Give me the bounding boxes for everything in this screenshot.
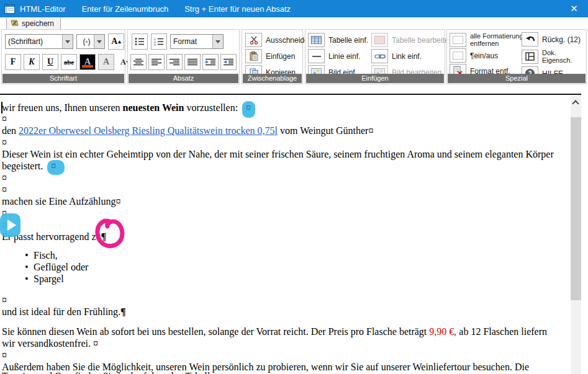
save-icon bbox=[11, 19, 19, 29]
highlight-color-button[interactable]: A bbox=[98, 54, 114, 70]
bullet-list-button[interactable] bbox=[132, 33, 148, 50]
editor-line[interactable]: Sie können diesen Wein ab sofort bei uns… bbox=[2, 326, 569, 337]
editor-line[interactable]: wir freuen uns, Ihnen unseren neuesten W… bbox=[2, 101, 569, 113]
document-properties-icon bbox=[525, 52, 535, 61]
formatting-mark: ¤ bbox=[2, 114, 7, 124]
group-caption-font: Schriftart bbox=[2, 74, 124, 83]
pilcrow-toggle-label[interactable]: ¶ein/aus bbox=[470, 51, 498, 60]
text-run: Geflügel oder bbox=[34, 262, 88, 272]
editor-line[interactable]: und ist ideal für den Frühling.¶ bbox=[2, 306, 569, 318]
size-up-icon: A bbox=[111, 37, 117, 47]
indent-increase-button[interactable] bbox=[202, 54, 219, 70]
chevron-down-icon[interactable] bbox=[212, 35, 223, 48]
editor-line[interactable]: machen sie Eine Aufzählung¤ bbox=[2, 195, 569, 207]
chevron-down-icon[interactable] bbox=[62, 35, 73, 48]
editor-line[interactable]: ¤ bbox=[2, 219, 569, 231]
edit-table-button bbox=[371, 33, 388, 47]
chevron-down-icon[interactable] bbox=[94, 35, 104, 48]
editor-line[interactable]: ¤ bbox=[2, 184, 569, 195]
formatting-mark: ¤ bbox=[2, 295, 7, 305]
align-left-button[interactable] bbox=[148, 54, 165, 70]
paste-button[interactable] bbox=[245, 49, 262, 63]
app-icon bbox=[4, 4, 15, 14]
font-size-up-button[interactable]: A▴ bbox=[108, 33, 124, 50]
editor-area[interactable]: wir freuen uns, Ihnen unseren neuesten W… bbox=[0, 94, 581, 374]
remove-all-formatting-button[interactable] bbox=[450, 33, 466, 47]
edit-table-label: Tabelle bearbeiten bbox=[392, 36, 453, 45]
insert-link-label[interactable]: Link einf. bbox=[392, 52, 422, 61]
font-size-select[interactable]: (-) bbox=[76, 34, 105, 49]
numbered-list-button[interactable]: 123 bbox=[151, 33, 167, 50]
text-run: vorzustellen: bbox=[184, 102, 240, 113]
bullet-marker: • bbox=[25, 249, 34, 261]
bullet-marker: • bbox=[25, 273, 34, 285]
window-title: HTML-Editor bbox=[20, 4, 66, 14]
text-run: Spargel bbox=[34, 274, 64, 284]
editor-line[interactable]: Dieser Wein ist ein echter Geheimtipp vo… bbox=[2, 148, 569, 160]
arrow-right-icon bbox=[7, 220, 16, 231]
editor-line[interactable]: den 2022er Oberwesel Oelsberg Riesling Q… bbox=[2, 125, 569, 136]
align-center-button[interactable] bbox=[130, 54, 147, 70]
justify-button[interactable] bbox=[184, 54, 201, 70]
cut-button[interactable] bbox=[245, 33, 262, 47]
group-font: (Schriftart) (-) A▴ F K U abe A A A▾ Sch… bbox=[1, 29, 125, 84]
editor-line[interactable]: •Geflügel oder bbox=[2, 261, 569, 273]
paste-label[interactable]: Einfügen bbox=[266, 52, 295, 61]
doc-properties-label[interactable]: Dok. Eigensch. bbox=[542, 49, 578, 64]
group-caption-insert: Einfügen bbox=[306, 74, 444, 83]
editor-line[interactable]: ¤ bbox=[2, 294, 569, 306]
hyperlink[interactable]: 2022er Oberwesel Oelsberg Riesling Quali… bbox=[19, 125, 278, 136]
undo-button[interactable] bbox=[522, 32, 538, 47]
editor-line[interactable]: begeistert. ¤ bbox=[2, 160, 569, 172]
paragraph-format-select[interactable]: Format bbox=[170, 34, 224, 49]
editor-line[interactable]: wir versandkostenfrei. ¤ bbox=[2, 337, 569, 349]
scroll-up-icon[interactable] bbox=[572, 100, 579, 107]
group-caption-paragraph: Absatz bbox=[129, 74, 238, 83]
undo-label[interactable]: Rückg. (12) bbox=[542, 35, 581, 44]
editor-line[interactable]: •Fisch, bbox=[2, 249, 569, 261]
editor-line[interactable]: ¤ bbox=[2, 172, 569, 184]
insert-line-button[interactable] bbox=[308, 49, 325, 63]
insert-line-label[interactable]: Linie einf. bbox=[328, 52, 360, 61]
group-caption-clipboard: Zwischenablage bbox=[243, 74, 302, 83]
pilcrow-toggle-button[interactable] bbox=[450, 48, 466, 63]
insert-link-button[interactable] bbox=[371, 49, 388, 63]
group-insert: Tabelle einf. Linie einf. Bild einf. bbox=[305, 29, 445, 84]
doc-properties-button[interactable] bbox=[522, 50, 538, 64]
editor-line[interactable]: ¤ bbox=[2, 207, 569, 219]
table-icon bbox=[311, 36, 322, 44]
link-icon bbox=[374, 53, 386, 60]
indent-decrease-button[interactable] bbox=[220, 54, 237, 70]
text-run: Fisch, bbox=[34, 250, 58, 260]
formatting-mark: ¤ bbox=[2, 172, 7, 183]
font-color-button[interactable]: A bbox=[79, 54, 96, 70]
insert-table-button[interactable] bbox=[308, 33, 325, 47]
group-caption-special: Spezial bbox=[448, 74, 586, 83]
annotation-circle bbox=[94, 216, 126, 249]
align-right-button[interactable] bbox=[166, 54, 183, 70]
group-special: alle Formatierungen entfernen ¶ein/aus F… bbox=[446, 29, 587, 84]
hint-ctrl-enter: Strg + Enter für neuen Absatz bbox=[184, 4, 291, 14]
italic-button[interactable]: K bbox=[24, 54, 40, 70]
align-right-icon bbox=[170, 58, 179, 66]
text-run: neuesten Wein bbox=[123, 102, 184, 113]
text-run: begeistert. bbox=[2, 161, 45, 171]
editor-line[interactable]: •Spargel bbox=[2, 273, 569, 285]
editor-scrollbar[interactable] bbox=[571, 96, 581, 374]
bold-button[interactable]: F bbox=[5, 54, 21, 70]
underline-button[interactable]: U bbox=[42, 54, 58, 70]
formatting-mark: ¤ bbox=[2, 184, 7, 195]
horizontal-line-icon bbox=[312, 55, 322, 58]
close-button[interactable]: ✕ bbox=[560, 0, 588, 17]
editor-line[interactable]: ¤ bbox=[2, 113, 569, 125]
save-button[interactable]: speichern bbox=[6, 18, 61, 30]
scrollbar-thumb[interactable] bbox=[571, 117, 581, 300]
editor-line[interactable]: ¤ bbox=[2, 136, 569, 148]
bullet-list-icon bbox=[135, 37, 145, 46]
insert-table-label[interactable]: Tabelle einf. bbox=[328, 36, 368, 45]
editor-line[interactable]: Er passt hervorragend zu¶ bbox=[2, 231, 569, 243]
group-paragraph: 123 Format bbox=[127, 29, 240, 84]
font-family-select[interactable]: (Schriftart) bbox=[5, 34, 73, 49]
editor-line[interactable]: ¤ bbox=[2, 349, 569, 361]
strikethrough-button[interactable]: abe bbox=[61, 54, 77, 70]
